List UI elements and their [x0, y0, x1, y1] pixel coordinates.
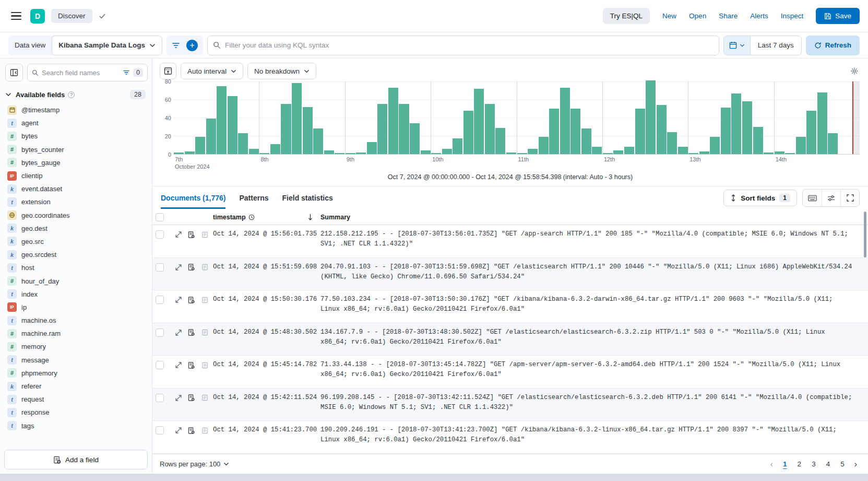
field-item-request[interactable]: trequest	[5, 393, 149, 406]
table-row[interactable]: Oct 14, 2024 @ 15:48:30.502134.167.7.9 -…	[152, 323, 868, 356]
collapse-sidebar-button[interactable]	[5, 64, 23, 81]
refresh-button[interactable]: Refresh	[806, 36, 860, 55]
field-search-input[interactable]	[42, 69, 120, 77]
expand-row-icon[interactable]	[173, 295, 184, 305]
field-item-memory[interactable]: #memory	[5, 340, 149, 353]
doc-view-icon[interactable]	[186, 295, 197, 306]
menu-icon[interactable]	[7, 7, 25, 25]
field-item-message[interactable]: tmessage	[5, 354, 149, 367]
keyboard-shortcuts-button[interactable]	[803, 190, 822, 206]
field-item-event.dataset[interactable]: kevent.dataset	[5, 182, 149, 195]
field-item-geo.dest[interactable]: kgeo.dest	[5, 222, 149, 235]
breadcrumb[interactable]: Discover	[51, 9, 92, 23]
field-item-hour_of_day[interactable]: #hour_of_day	[5, 274, 149, 287]
doc-compare-icon[interactable]	[199, 295, 210, 306]
save-button[interactable]: Save	[816, 8, 860, 24]
field-item-index[interactable]: tindex	[5, 288, 149, 301]
field-item-clientip[interactable]: IPclientip	[5, 169, 149, 182]
field-item-@timestamp[interactable]: @timestamp	[5, 103, 149, 116]
filter-icon[interactable]	[170, 40, 182, 51]
field-item-referer[interactable]: kreferer	[5, 380, 149, 393]
doc-view-icon[interactable]	[186, 262, 197, 273]
add-filter-button[interactable]: +	[184, 38, 200, 53]
row-checkbox[interactable]	[156, 263, 164, 272]
field-item-response[interactable]: tresponse	[5, 406, 149, 419]
doc-view-icon[interactable]	[186, 425, 197, 436]
field-item-machine.os[interactable]: tmachine.os	[5, 314, 149, 327]
doc-view-icon[interactable]	[186, 360, 197, 371]
top-link-inspect[interactable]: Inspect	[781, 12, 804, 20]
row-checkbox[interactable]	[156, 394, 164, 402]
doc-view-icon[interactable]	[186, 327, 197, 338]
breakdown-dropdown[interactable]: No breakdown	[247, 63, 316, 79]
next-page-button[interactable]: ›	[851, 459, 861, 470]
field-item-geo.srcdest[interactable]: kgeo.srcdest	[5, 248, 149, 261]
top-link-open[interactable]: Open	[689, 12, 706, 20]
table-row[interactable]: Oct 14, 2024 @ 15:56:01.735212.158.212.1…	[152, 225, 868, 258]
field-item-tags[interactable]: ttags	[5, 419, 149, 432]
top-link-share[interactable]: Share	[719, 12, 738, 20]
doc-compare-icon[interactable]	[199, 327, 210, 338]
timestamp-column-header[interactable]: timestamp	[213, 214, 320, 221]
page-2-button[interactable]: 2	[793, 459, 806, 469]
available-fields-header[interactable]: Available fields ? 28	[0, 86, 152, 102]
doc-compare-icon[interactable]	[199, 229, 210, 240]
expand-row-icon[interactable]	[173, 229, 184, 240]
table-row[interactable]: Oct 14, 2024 @ 15:51:59.698204.70.91.103…	[152, 258, 868, 291]
doc-compare-icon[interactable]	[199, 425, 210, 436]
field-item-phpmemory[interactable]: #phpmemory	[5, 367, 149, 380]
field-item-machine.ram[interactable]: #machine.ram	[5, 327, 149, 340]
expand-row-icon[interactable]	[173, 327, 184, 338]
row-checkbox[interactable]	[156, 361, 164, 369]
table-row[interactable]: Oct 14, 2024 @ 15:45:14.78271.33.44.138 …	[152, 356, 868, 389]
field-item-bytes[interactable]: #bytes	[5, 130, 149, 143]
doc-view-icon[interactable]	[186, 392, 197, 403]
time-range-button[interactable]: Last 7 days	[751, 41, 801, 49]
chart-options-button[interactable]	[848, 65, 861, 77]
summary-column-header[interactable]: Summary	[320, 214, 863, 221]
field-item-geo.coordinates[interactable]: geo.coordinates	[5, 209, 149, 222]
expand-row-icon[interactable]	[173, 262, 184, 273]
kql-input[interactable]	[225, 41, 714, 49]
table-row[interactable]: Oct 14, 2024 @ 15:50:30.17677.50.103.234…	[152, 290, 868, 323]
field-item-bytes_counter[interactable]: #bytes_counter	[5, 143, 149, 156]
toggle-chart-button[interactable]	[160, 63, 176, 79]
page-3-button[interactable]: 3	[807, 459, 820, 469]
expand-row-icon[interactable]	[173, 393, 184, 403]
sort-desc-icon[interactable]	[307, 214, 313, 220]
tab-patterns[interactable]: Patterns	[239, 187, 268, 209]
try-esql-button[interactable]: Try ES|QL	[603, 8, 650, 24]
tab-documents[interactable]: Documents (1,776)	[161, 187, 225, 209]
calendar-button[interactable]	[724, 36, 751, 55]
doc-compare-icon[interactable]	[199, 262, 210, 273]
rows-per-page-button[interactable]: Rows per page: 100	[160, 460, 229, 468]
field-item-geo.src[interactable]: kgeo.src	[5, 235, 149, 248]
select-all-checkbox[interactable]	[156, 213, 164, 221]
previous-page-button[interactable]: ‹	[767, 459, 777, 470]
field-item-host[interactable]: thost	[5, 261, 149, 274]
field-item-agent[interactable]: tagent	[5, 116, 149, 130]
row-checkbox[interactable]	[156, 230, 164, 239]
field-item-bytes_gauge[interactable]: #bytes_gauge	[5, 156, 149, 169]
display-options-button[interactable]	[822, 190, 840, 206]
tab-field-statistics[interactable]: Field statistics	[282, 187, 333, 209]
table-row[interactable]: Oct 14, 2024 @ 15:41:23.700190.209.246.1…	[152, 421, 868, 454]
doc-view-icon[interactable]	[186, 229, 197, 240]
row-checkbox[interactable]	[156, 329, 164, 337]
data-view-selector[interactable]: Kibana Sample Data Logs	[52, 36, 162, 55]
expand-row-icon[interactable]	[173, 360, 184, 370]
doc-compare-icon[interactable]	[199, 360, 210, 371]
vertical-scrollbar[interactable]	[864, 212, 866, 257]
field-item-extension[interactable]: textension	[5, 195, 149, 208]
page-4-button[interactable]: 4	[822, 459, 835, 469]
top-link-alerts[interactable]: Alerts	[750, 12, 768, 20]
fullscreen-button[interactable]	[840, 190, 859, 206]
field-item-ip[interactable]: IPip	[5, 301, 149, 314]
field-filter-icon[interactable]	[123, 69, 130, 76]
row-checkbox[interactable]	[156, 426, 164, 435]
sort-fields-button[interactable]: Sort fields 1	[723, 190, 797, 206]
expand-row-icon[interactable]	[173, 425, 184, 436]
interval-dropdown[interactable]: Auto interval	[181, 63, 243, 79]
row-checkbox[interactable]	[156, 296, 164, 304]
doc-compare-icon[interactable]	[199, 392, 210, 403]
